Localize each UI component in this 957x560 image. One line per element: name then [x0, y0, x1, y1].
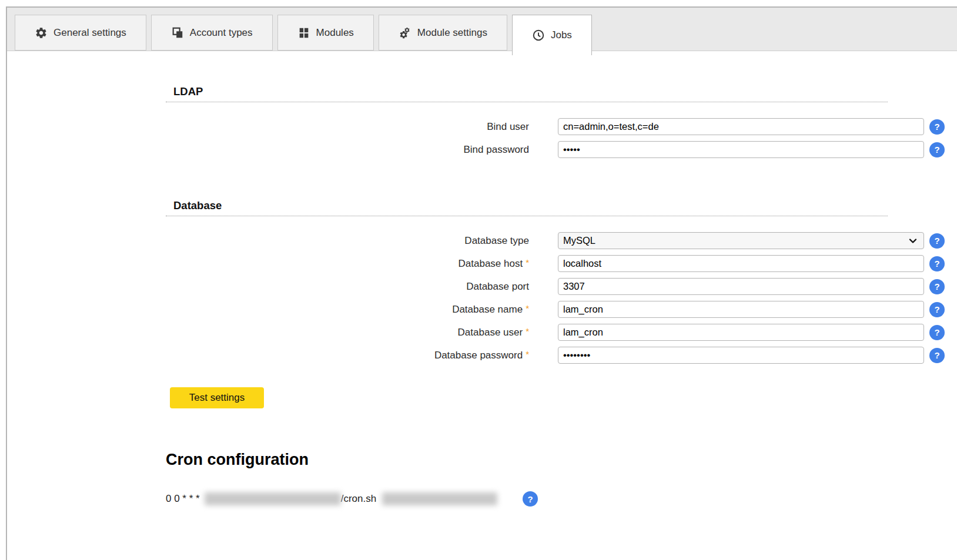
field-label: Bind user — [166, 121, 529, 133]
required-marker: * — [526, 257, 529, 267]
ldap-section: LDAP Bind user?Bind password? — [166, 85, 957, 158]
field-label: Database port — [166, 281, 529, 293]
field-input-wrap: ? — [558, 255, 945, 272]
form-row-database-name: Database name*? — [166, 301, 957, 318]
form-row-database-type: Database typeMySQL? — [166, 232, 957, 249]
required-marker: * — [526, 349, 529, 359]
field-input-wrap: MySQL? — [558, 232, 945, 249]
form-row-bind-user: Bind user? — [166, 118, 957, 135]
help-icon[interactable]: ? — [929, 119, 945, 135]
database-section: Database Database typeMySQL?Database hos… — [166, 199, 957, 364]
tab-module-settings[interactable]: Module settings — [379, 15, 507, 51]
selected-option: MySQL — [563, 235, 595, 246]
field-input-wrap: ? — [558, 347, 945, 364]
cron-line: 0 0 * * * /cron.sh ? — [166, 491, 957, 507]
help-icon[interactable]: ? — [929, 279, 945, 294]
field-input-wrap: ? — [558, 118, 945, 135]
tab-account-types[interactable]: Account types — [151, 15, 273, 51]
field-label: Database password* — [166, 349, 529, 361]
gears-icon — [399, 26, 411, 39]
tab-modules[interactable]: Modules — [277, 15, 374, 51]
tab-general-settings[interactable]: General settings — [15, 15, 146, 51]
tab-label: General settings — [53, 27, 126, 39]
database-type-select[interactable]: MySQL — [558, 232, 924, 249]
database-name-input[interactable] — [558, 301, 924, 318]
cron-script-text: /cron.sh — [341, 493, 376, 505]
required-marker: * — [526, 303, 529, 313]
help-icon[interactable]: ? — [929, 325, 945, 340]
field-input-wrap: ? — [558, 324, 945, 341]
ldap-fields: Bind user?Bind password? — [166, 118, 957, 158]
database-password-input[interactable] — [558, 347, 924, 364]
help-icon[interactable]: ? — [929, 302, 945, 317]
form-row-bind-password: Bind password? — [166, 141, 957, 158]
test-settings-button[interactable]: Test settings — [170, 387, 264, 408]
clock-icon — [532, 29, 545, 42]
tab-label: Modules — [316, 27, 354, 39]
form-row-database-password: Database password*? — [166, 347, 957, 364]
field-label: Database user* — [166, 326, 529, 338]
tab-jobs[interactable]: Jobs — [512, 15, 592, 55]
field-label: Database name* — [166, 303, 529, 316]
database-fields: Database typeMySQL?Database host*?Databa… — [166, 232, 957, 364]
field-input-wrap: ? — [558, 301, 945, 318]
jobs-tab-content: LDAP Bind user?Bind password? Database D… — [7, 85, 957, 507]
bind-password-input[interactable] — [558, 141, 924, 158]
tab-bar: General settingsAccount typesModulesModu… — [7, 8, 957, 51]
database-user-input[interactable] — [558, 324, 924, 341]
cron-configuration-heading: Cron configuration — [166, 451, 957, 469]
cron-schedule-text: 0 0 * * * — [166, 493, 200, 505]
copy-icon — [171, 26, 184, 39]
form-row-database-user: Database user*? — [166, 324, 957, 341]
help-icon[interactable]: ? — [929, 256, 945, 271]
help-icon[interactable]: ? — [929, 348, 945, 363]
field-label: Database host* — [166, 257, 529, 270]
chevron-down-icon — [908, 236, 918, 246]
field-label: Bind password — [166, 144, 529, 156]
form-row-database-port: Database port? — [166, 278, 957, 295]
ldap-section-title: LDAP — [166, 85, 888, 102]
tab-label: Account types — [190, 27, 253, 39]
help-icon[interactable]: ? — [523, 491, 538, 507]
database-port-input[interactable] — [558, 278, 924, 295]
help-icon[interactable]: ? — [929, 233, 945, 249]
settings-panel: General settingsAccount typesModulesModu… — [6, 6, 957, 560]
gear-icon — [35, 26, 48, 39]
field-label: Database type — [166, 235, 529, 247]
database-host-input[interactable] — [558, 255, 924, 272]
field-input-wrap: ? — [558, 278, 945, 295]
required-marker: * — [526, 326, 529, 336]
tab-label: Module settings — [417, 27, 487, 39]
database-section-title: Database — [166, 199, 888, 216]
grid-icon — [297, 26, 310, 39]
bind-user-input[interactable] — [558, 118, 924, 135]
field-input-wrap: ? — [558, 141, 945, 158]
redacted-path — [205, 492, 341, 505]
help-icon[interactable]: ? — [929, 142, 945, 157]
tab-label: Jobs — [551, 29, 572, 41]
form-row-database-host: Database host*? — [166, 255, 957, 272]
redacted-text — [382, 492, 497, 505]
